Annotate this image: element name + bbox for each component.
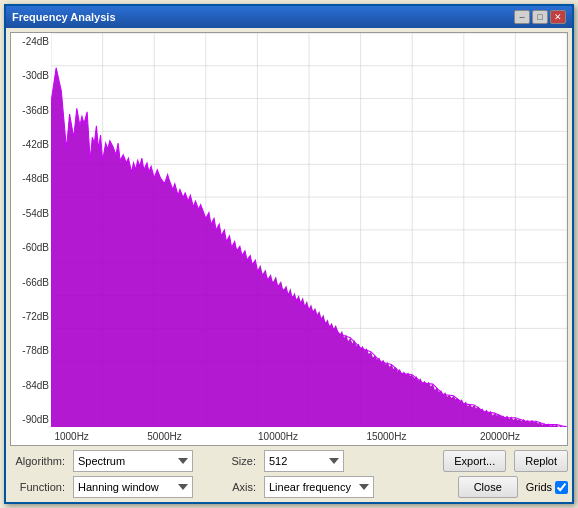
close-window-button[interactable]: ✕ — [550, 10, 566, 24]
axis-select[interactable]: Linear frequency — [264, 476, 374, 498]
x-label-0: 1000Hz — [54, 431, 88, 442]
y-label-1: -30dB — [22, 71, 49, 81]
export-button[interactable]: Export... — [443, 450, 506, 472]
grids-label: Grids — [526, 481, 552, 493]
maximize-button[interactable]: □ — [532, 10, 548, 24]
algorithm-label: Algorithm: — [10, 455, 65, 467]
x-axis: 1000Hz 5000Hz 10000Hz 15000Hz 20000Hz — [51, 427, 567, 445]
replot-button[interactable]: Replot — [514, 450, 568, 472]
x-label-1: 5000Hz — [147, 431, 181, 442]
x-label-4: 20000Hz — [480, 431, 520, 442]
size-select[interactable]: 512 — [264, 450, 344, 472]
close-button[interactable]: Close — [458, 476, 518, 498]
function-row: Function: Hanning window Axis: Linear fr… — [10, 476, 374, 498]
y-label-10: -84dB — [22, 381, 49, 391]
y-label-9: -78dB — [22, 346, 49, 356]
window-controls: – □ ✕ — [514, 10, 566, 24]
x-label-2: 10000Hz — [258, 431, 298, 442]
controls-right: Export... Replot Close Grids — [443, 450, 568, 498]
close-row: Close Grids — [458, 476, 568, 498]
chart-area: -24dB -30dB -36dB -42dB -48dB -54dB -60d… — [10, 32, 568, 446]
y-label-3: -42dB — [22, 140, 49, 150]
function-label: Function: — [10, 481, 65, 493]
algorithm-row: Algorithm: Spectrum Size: 512 — [10, 450, 374, 472]
window-title: Frequency Analysis — [12, 11, 116, 23]
grids-checkbox-row: Grids — [526, 481, 568, 494]
titlebar: Frequency Analysis – □ ✕ — [6, 6, 572, 28]
axis-label: Axis: — [201, 481, 256, 493]
minimize-button[interactable]: – — [514, 10, 530, 24]
export-row: Export... Replot — [443, 450, 568, 472]
chart-svg — [51, 33, 567, 427]
frequency-analysis-window: Frequency Analysis – □ ✕ -24dB -30dB -36… — [4, 4, 574, 504]
controls-left: Algorithm: Spectrum Size: 512 Function: … — [10, 450, 374, 498]
window-content: -24dB -30dB -36dB -42dB -48dB -54dB -60d… — [6, 28, 572, 502]
y-label-5: -54dB — [22, 209, 49, 219]
x-label-3: 15000Hz — [366, 431, 406, 442]
y-label-2: -36dB — [22, 106, 49, 116]
y-axis: -24dB -30dB -36dB -42dB -48dB -54dB -60d… — [11, 33, 51, 445]
chart-inner: 1000Hz 5000Hz 10000Hz 15000Hz 20000Hz — [51, 33, 567, 445]
y-label-11: -90dB — [22, 415, 49, 425]
y-label-4: -48dB — [22, 174, 49, 184]
controls-panel: Algorithm: Spectrum Size: 512 Function: … — [10, 450, 568, 498]
function-select[interactable]: Hanning window — [73, 476, 193, 498]
y-label-0: -24dB — [22, 37, 49, 47]
size-label: Size: — [201, 455, 256, 467]
algorithm-select[interactable]: Spectrum — [73, 450, 193, 472]
y-label-8: -72dB — [22, 312, 49, 322]
y-label-6: -60dB — [22, 243, 49, 253]
plot-area — [51, 33, 567, 427]
grids-checkbox[interactable] — [555, 481, 568, 494]
y-label-7: -66dB — [22, 278, 49, 288]
